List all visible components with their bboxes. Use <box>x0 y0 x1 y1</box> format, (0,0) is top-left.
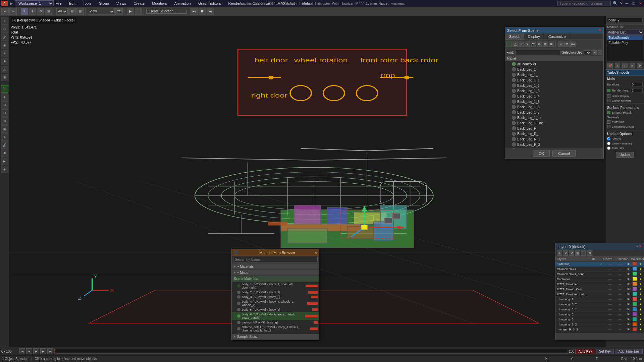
select-filter-btn[interactable]: ⊡ <box>564 42 570 47</box>
layer-row[interactable]: housing_5 — — 👁 ✦ <box>555 317 644 322</box>
layers-close[interactable]: ✕ <box>639 244 642 249</box>
layer-row[interactable]: M777_Howitzer_Hel... — — 👁 ✦ <box>555 292 644 297</box>
add-time-tag-button[interactable]: Add Time Tag <box>615 349 643 354</box>
modifier-dropdown[interactable]: Modifier List <box>606 30 644 35</box>
lt-poly[interactable]: ⬡ <box>1 25 8 33</box>
select-bone-btn[interactable]: ✱ <box>549 42 554 47</box>
layer-row[interactable]: wheel_1_3_2 — — 👁 ✦ <box>555 332 644 333</box>
layer-row[interactable]: Chinook ch-47 — — 👁 ✦ <box>555 267 644 272</box>
menu-graph-editors[interactable]: Graph Editors <box>196 1 223 6</box>
rendering-radio[interactable] <box>607 142 610 145</box>
close-button[interactable]: ✕ <box>638 1 643 6</box>
list-item[interactable]: all_controller <box>505 61 603 67</box>
anim-key-first[interactable]: |◀ <box>19 348 25 354</box>
layer-delete[interactable]: ✕ <box>563 250 568 256</box>
lt-wire[interactable]: ◈ <box>1 93 8 101</box>
layer-row[interactable]: 0 (default) ✓ — — 👁 ✦ <box>555 262 644 267</box>
display-tab[interactable]: Display <box>524 34 544 40</box>
lt-helper[interactable]: ⊕ <box>1 58 8 65</box>
layer-row[interactable]: housing_7_2 — — 👁 ✦ <box>555 322 644 327</box>
mat-item[interactable]: chrome_detail ( VRayMtl ) [body_4 detail… <box>232 325 319 333</box>
sample-slots-section[interactable]: + Sample Slots <box>232 334 319 340</box>
list-item[interactable]: Back_Leg_1_3 <box>505 88 603 94</box>
find-input[interactable] <box>515 50 560 55</box>
mat-item[interactable]: body_1 ( VRayMtl ) [body_1, door_left, d… <box>232 282 319 290</box>
lt-mirror2[interactable]: ⊟ <box>1 109 8 117</box>
toolbar-render[interactable]: ▶ <box>127 8 134 15</box>
list-item[interactable]: Back_Leg_1_1 <box>505 77 603 83</box>
list-item[interactable]: Back_Leg_R_2 <box>505 142 603 147</box>
select-shape-btn[interactable]: ○ <box>519 42 524 47</box>
smoothing-check[interactable] <box>607 125 610 128</box>
list-item[interactable]: Back_Leg_1_ <box>505 72 603 77</box>
layer-row[interactable]: housing_5_2 — — 👁 ✦ <box>555 307 644 312</box>
layer-add[interactable]: + <box>557 250 562 256</box>
selection-set-dropdown[interactable] <box>584 50 591 55</box>
select-helper-btn[interactable]: ⊕ <box>537 42 542 47</box>
set-key-button[interactable]: Set Key <box>596 349 614 354</box>
menu-file[interactable]: File <box>54 1 64 6</box>
menu-create[interactable]: Create <box>131 1 147 6</box>
manually-radio[interactable] <box>607 146 610 150</box>
layer-row[interactable]: Chinook ch-47_cont — — 👁 ✦ <box>555 272 644 277</box>
layer-row[interactable]: Container — — 👁 ✦ <box>555 277 644 282</box>
select-geo-btn[interactable]: △ <box>513 42 518 47</box>
maps-section[interactable]: + + Maps <box>232 270 319 276</box>
toolbar-fwd[interactable]: ⏭ <box>207 8 214 15</box>
toolbar-undo[interactable]: ↩ <box>1 8 9 15</box>
list-item[interactable]: Back_Leg_1_6 <box>505 104 603 110</box>
toolbar-select[interactable]: ↖ <box>21 8 28 15</box>
mat-search-input[interactable] <box>233 257 318 262</box>
toolbar-stop[interactable]: ⏹ <box>199 8 206 15</box>
workspace-dropdown[interactable]: Workspace_1 <box>15 0 54 6</box>
lt-select[interactable]: ↖ <box>1 17 8 25</box>
layer-freeze[interactable]: ❄ <box>587 250 592 256</box>
maximize-button[interactable]: □ <box>631 1 636 6</box>
toolbar-scale[interactable]: ⊞ <box>45 8 52 15</box>
select-case-btn[interactable]: Aa <box>570 42 576 47</box>
material-items-list[interactable]: body_1 ( VRayMtl ) [body_1, door_left, d… <box>232 282 319 334</box>
minimize-button[interactable]: ─ <box>625 1 629 6</box>
lt-snap[interactable]: ⊡ <box>1 101 8 109</box>
lt-bone[interactable]: ✱ <box>1 149 8 157</box>
layer-row[interactable]: housing_7 — — 👁 ✦ <box>555 297 644 302</box>
menu-views[interactable]: Views <box>114 1 128 6</box>
list-item[interactable]: Back_Leg_1_7 <box>505 110 603 115</box>
isoline-check[interactable] <box>607 94 610 98</box>
mod-delete[interactable]: ✕ <box>630 63 635 68</box>
mod-config[interactable]: ⚙ <box>637 63 642 68</box>
list-item[interactable]: Back_Leg_1_ctrl <box>505 115 603 120</box>
lt-shape[interactable]: △ <box>1 66 8 73</box>
mat-item[interactable]: cloth ( VRayMtl ) [seats] <box>232 333 319 334</box>
material-browser-close[interactable]: × <box>315 251 317 255</box>
toolbar-play[interactable]: ⏮ <box>191 8 198 15</box>
list-item[interactable]: Back_Leg_1_2 <box>505 83 603 88</box>
cancel-button[interactable]: Cancel <box>552 150 575 157</box>
selection-set-btn2[interactable]: - <box>598 50 602 55</box>
layer-row[interactable]: M777_Howit...Cont — — 👁 ✦ <box>555 287 644 292</box>
anim-prev-key[interactable]: ◀ <box>26 348 32 354</box>
explicit-check[interactable] <box>607 99 610 102</box>
render-iters-input[interactable] <box>631 88 643 93</box>
toolbar-material[interactable]: ⬛ <box>135 8 142 15</box>
mat-item[interactable]: body_5 ( VRayMtl ) [body_5] <box>232 307 319 312</box>
smooth-check[interactable] <box>607 111 610 114</box>
menu-tools[interactable]: Tools <box>81 1 94 6</box>
lt-move2[interactable]: ⬛ <box>1 85 8 93</box>
lt-array[interactable]: ⊞ <box>1 117 8 125</box>
select-cam-btn[interactable]: 📷 <box>531 42 536 47</box>
lt-mat2[interactable]: ◈ <box>1 166 8 173</box>
filter-dropdown[interactable]: All <box>56 8 68 15</box>
timeline[interactable] <box>54 349 568 354</box>
list-item[interactable]: Back_Leg_R_ <box>505 131 603 136</box>
toolbar-align[interactable]: ⊞ <box>76 8 84 15</box>
always-radio[interactable] <box>607 137 610 140</box>
view-dropdown[interactable]: View <box>88 8 115 15</box>
menu-animation[interactable]: Animation <box>172 1 193 6</box>
modifier-editable-poly[interactable]: Editable Poly <box>607 40 643 45</box>
lt-group[interactable]: ▣ <box>1 125 8 133</box>
list-item[interactable]: Back_Leg_1_line <box>505 120 603 126</box>
list-item[interactable]: Back_Leg_1_5 <box>505 99 603 104</box>
ok-button[interactable]: OK <box>533 150 550 157</box>
layer-row[interactable]: housing_6 — — 👁 ✦ <box>555 312 644 317</box>
